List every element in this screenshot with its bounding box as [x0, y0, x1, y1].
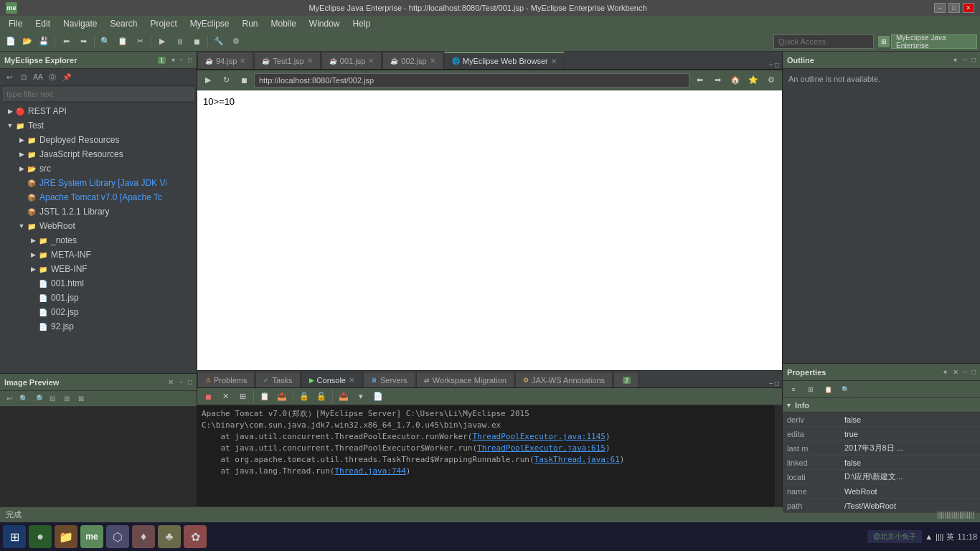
browser-stop-button[interactable]: ⏹ — [236, 72, 252, 88]
taskbar-chrome-icon[interactable]: ● — [29, 525, 52, 548]
tree-item-rest-api[interactable]: ▶ 🔴 REST API — [0, 104, 197, 118]
console-tb-3[interactable]: ⊞ — [235, 389, 250, 405]
tree-item-notes[interactable]: ▶ 📁 _notes — [0, 233, 197, 248]
console-link-3[interactable]: TaskThread.java:61 — [534, 455, 620, 464]
tab-bar-maximize-icon[interactable]: □ — [775, 61, 779, 69]
tab-console[interactable]: ▶ Console ✕ — [301, 372, 362, 387]
tab-problems[interactable]: ⚠ Problems — [197, 372, 255, 387]
menu-window[interactable]: Window — [303, 17, 346, 30]
img-tb-3[interactable]: 🔎 — [32, 392, 44, 405]
browser-forward-button[interactable]: ➡ — [710, 72, 725, 88]
tree-item-001jsp[interactable]: 📄 001.jsp — [0, 291, 197, 305]
explorer-tb-4[interactable]: ⓪ — [46, 71, 59, 84]
tab-badge[interactable]: 2 — [613, 372, 639, 387]
menu-file[interactable]: File — [3, 17, 28, 30]
taskbar-icon-5[interactable]: ⬡ — [106, 525, 129, 548]
menu-help[interactable]: Help — [347, 17, 377, 30]
tb-btn-2[interactable]: 📂 — [19, 34, 35, 50]
tb-btn-3[interactable]: 💾 — [36, 34, 52, 50]
img-tb-1[interactable]: ↩ — [3, 392, 16, 405]
link-editor-button[interactable]: ⊡ — [17, 71, 30, 84]
tab-close-test1jsp[interactable]: ✕ — [307, 57, 313, 65]
tb-btn-6[interactable]: 🔍 — [98, 34, 113, 50]
menu-mobile[interactable]: Mobile — [265, 17, 302, 30]
props-tb-4[interactable]: 🔍 — [837, 382, 853, 397]
taskbar-icon-6[interactable]: ♦ — [132, 525, 155, 548]
explorer-tb-5[interactable]: 📌 — [60, 71, 73, 84]
tree-item-002jsp[interactable]: 📄 002.jsp — [0, 305, 197, 319]
console-tb-7[interactable]: 🔓 — [314, 389, 329, 405]
tab-servers[interactable]: 🖥 Servers — [363, 372, 415, 387]
console-tb-9[interactable]: ▾ — [353, 389, 369, 405]
console-stop-button[interactable]: ⏹ — [200, 389, 216, 405]
prop-section-info[interactable]: ▼ Info — [783, 398, 980, 413]
menu-myeclipse[interactable]: MyEclipse — [184, 17, 235, 30]
taskbar-icon-8[interactable]: ✿ — [184, 525, 207, 548]
tree-item-tomcat[interactable]: 📦 Apache Tomcat v7.0 [Apache Tc — [0, 190, 197, 204]
console-link-4[interactable]: Thread.java:744 — [334, 466, 405, 476]
tb-btn-8[interactable]: ✂ — [132, 34, 148, 50]
console-tb-5[interactable]: 📤 — [274, 389, 290, 405]
explorer-maximize-icon[interactable]: □ — [188, 56, 192, 64]
menu-navigate[interactable]: Navigate — [57, 17, 103, 30]
taskbar-me-icon[interactable]: me — [80, 525, 103, 548]
tab-94jsp[interactable]: ☕ 94.jsp ✕ — [197, 52, 253, 69]
tab-002jsp[interactable]: ☕ 002.jsp ✕ — [382, 52, 443, 69]
perspective-label[interactable]: MyEclipse Java Enterprise — [891, 34, 977, 49]
taskbar-start-icon[interactable]: ⊞ — [3, 525, 26, 548]
browser-fav-button[interactable]: ⭐ — [745, 72, 761, 88]
tb-btn-12[interactable]: 🔧 — [211, 34, 227, 50]
menu-search[interactable]: Search — [104, 17, 143, 30]
image-preview-maximize-icon[interactable]: □ — [188, 378, 192, 386]
console-tb-10[interactable]: 📄 — [370, 389, 386, 405]
minimize-button[interactable]: − — [934, 3, 946, 13]
tree-item-001html[interactable]: 📄 001.html — [0, 276, 197, 291]
tab-bar-minimize-icon[interactable]: − — [769, 61, 773, 69]
properties-close-icon[interactable]: ✕ — [953, 368, 958, 376]
close-button[interactable]: ✕ — [963, 3, 974, 13]
browser-refresh-button[interactable]: ↻ — [218, 72, 234, 88]
tb-btn-11[interactable]: ⏹ — [189, 34, 204, 50]
tree-item-meta-inf[interactable]: ▶ 📁 META-INF — [0, 248, 197, 262]
properties-maximize-icon[interactable]: □ — [971, 368, 976, 376]
props-tb-1[interactable]: ≡ — [786, 382, 801, 397]
console-minimize-icon[interactable]: − — [769, 380, 773, 387]
tab-browser[interactable]: 🌐 MyEclipse Web Browser ✕ — [444, 52, 565, 69]
browser-go-button[interactable]: ▶ — [200, 72, 216, 88]
console-link-1[interactable]: ThreadPoolExecutor.java:1145 — [473, 432, 606, 441]
tab-close-001jsp[interactable]: ✕ — [368, 57, 374, 65]
explorer-view-menu-icon[interactable]: ▾ — [171, 56, 175, 64]
tb-btn-7[interactable]: 📋 — [115, 34, 131, 50]
tree-item-test[interactable]: ▼ 📁 Test — [0, 118, 197, 133]
image-preview-minimize-icon[interactable]: − — [179, 378, 184, 386]
menu-run[interactable]: Run — [236, 17, 263, 30]
tree-item-webroot[interactable]: ▼ 📁 WebRoot — [0, 219, 197, 233]
tree-item-jstl[interactable]: 📦 JSTL 1.2.1 Library — [0, 204, 197, 219]
browser-back-button[interactable]: ⬅ — [692, 72, 707, 88]
tree-item-src[interactable]: ▶ 📂 src — [0, 161, 197, 176]
collapse-all-button[interactable]: ↩ — [3, 71, 16, 84]
tb-btn-4[interactable]: ⬅ — [58, 34, 74, 50]
props-tb-2[interactable]: ⊞ — [803, 382, 819, 397]
tb-btn-9[interactable]: ▶ — [154, 34, 170, 50]
console-scrollbar[interactable] — [775, 405, 782, 507]
taskbar-icon-7[interactable]: ♣ — [158, 525, 181, 548]
tab-close-94jsp[interactable]: ✕ — [240, 57, 245, 65]
outline-view-menu-icon[interactable]: ▾ — [953, 56, 957, 64]
image-preview-close-icon[interactable]: ✕ — [168, 378, 174, 386]
browser-home-button[interactable]: 🏠 — [727, 72, 743, 88]
maximize-button[interactable]: □ — [948, 3, 960, 13]
tree-item-deployed[interactable]: ▶ 📁 Deployed Resources — [0, 133, 197, 147]
tab-001jsp[interactable]: ☕ 001.jsp ✕ — [321, 52, 382, 69]
img-tb-4[interactable]: ⊟ — [46, 392, 59, 405]
tb-btn-5[interactable]: ➡ — [75, 34, 91, 50]
tab-close-002jsp[interactable]: ✕ — [430, 57, 435, 65]
img-tb-2[interactable]: 🔍 — [17, 392, 30, 405]
props-tb-3[interactable]: 📋 — [820, 382, 836, 397]
outline-maximize-icon[interactable]: □ — [971, 56, 976, 64]
menu-edit[interactable]: Edit — [29, 17, 56, 30]
quick-access-input[interactable] — [773, 34, 874, 49]
properties-view-menu-icon[interactable]: ▾ — [943, 368, 947, 376]
tree-item-js-resources[interactable]: ▶ 📁 JavaScript Resources — [0, 147, 197, 161]
tree-item-92jsp[interactable]: 📄 92.jsp — [0, 319, 197, 334]
